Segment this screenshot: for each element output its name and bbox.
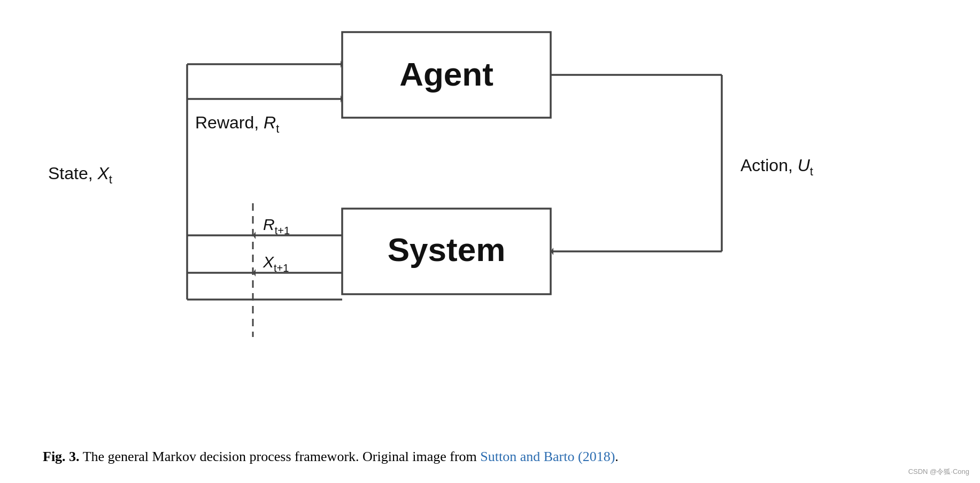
fig-label: Fig. 3.: [43, 449, 80, 464]
citation-link: Sutton and Barto (2018): [480, 449, 615, 464]
main-diagram: Agent System Action, Ut: [21, 11, 959, 364]
svg-text:System: System: [388, 231, 506, 268]
svg-text:State, Xt: State, Xt: [48, 164, 112, 186]
caption-area: Fig. 3. The general Markov decision proc…: [43, 446, 937, 467]
caption-period: .: [615, 449, 619, 464]
caption-text: The general Markov decision process fram…: [80, 449, 481, 464]
svg-text:Agent: Agent: [399, 56, 493, 93]
page-container: Agent System Action, Ut: [0, 0, 980, 483]
svg-text:Xt+1: Xt+1: [263, 253, 289, 274]
svg-text:Rt+1: Rt+1: [263, 216, 290, 236]
main-svg: Agent System Action, Ut: [21, 11, 959, 364]
svg-text:Reward, Rt: Reward, Rt: [195, 113, 279, 135]
svg-text:Action, Ut: Action, Ut: [740, 156, 813, 178]
watermark: CSDN @令狐·Cong: [908, 467, 969, 477]
